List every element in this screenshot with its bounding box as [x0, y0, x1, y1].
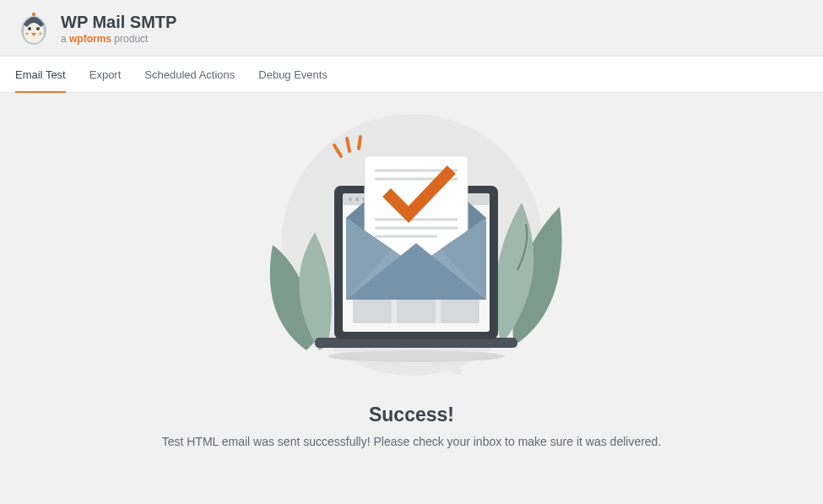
tab-debug-events[interactable]: Debug Events	[258, 57, 328, 93]
tab-export[interactable]: Export	[89, 57, 122, 93]
svg-rect-18	[353, 300, 392, 323]
wp-mail-smtp-logo-icon	[17, 12, 51, 46]
svg-line-29	[359, 137, 360, 149]
tab-bar: Email Test Export Scheduled Actions Debu…	[0, 56, 823, 93]
svg-rect-19	[397, 300, 436, 323]
svg-point-6	[39, 33, 42, 35]
logo: WP Mail SMTP a wpforms product	[17, 12, 176, 46]
svg-point-14	[355, 198, 358, 201]
svg-point-4	[36, 27, 40, 30]
success-title: Success!	[0, 404, 823, 426]
svg-point-5	[25, 33, 29, 35]
svg-point-9	[328, 350, 505, 362]
brand-title: WP Mail SMTP	[61, 13, 176, 31]
page-header: WP Mail SMTP a wpforms product	[0, 0, 823, 56]
svg-point-3	[28, 27, 31, 30]
result-panel: Success! Test HTML email was sent succes…	[0, 93, 823, 448]
tab-email-test[interactable]: Email Test	[15, 57, 66, 93]
success-message: Test HTML email was sent successfully! P…	[0, 435, 823, 448]
brand-subtitle: a wpforms product	[61, 33, 176, 45]
success-illustration	[235, 110, 589, 388]
svg-point-13	[348, 198, 351, 201]
tab-scheduled-actions[interactable]: Scheduled Actions	[144, 57, 235, 93]
svg-rect-20	[441, 300, 479, 323]
svg-point-2	[32, 13, 35, 16]
